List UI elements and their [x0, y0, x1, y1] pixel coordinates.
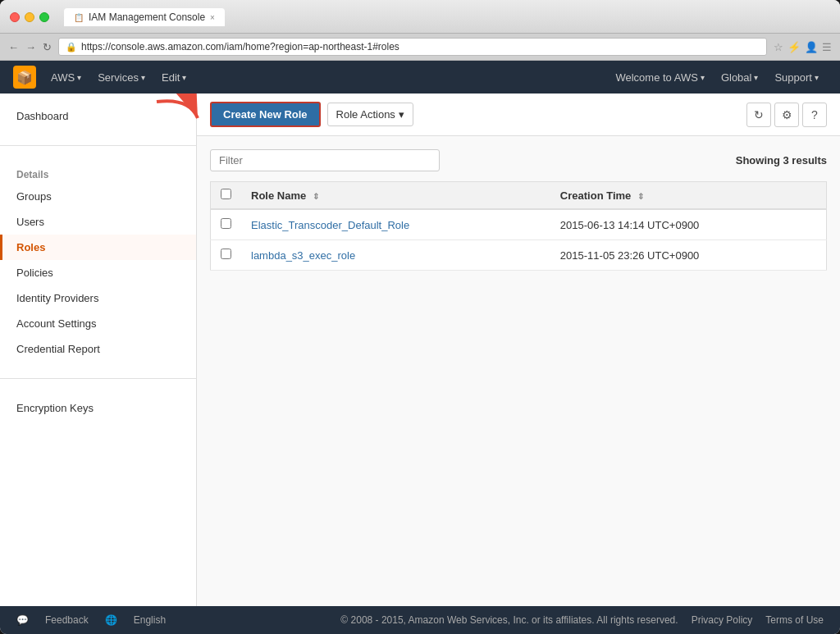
services-menu[interactable]: Services ▾ — [89, 61, 153, 94]
toolbar-right: ↻ ⚙ ? — [746, 103, 827, 127]
role-name-sort-icon: ⇕ — [313, 192, 319, 201]
global-menu[interactable]: Global ▾ — [713, 61, 767, 94]
services-label: Services — [98, 71, 139, 84]
col-creation-time[interactable]: Creation Time ⇕ — [550, 182, 827, 210]
url-text: https://console.aws.amazon.com/iam/home?… — [81, 41, 399, 52]
feedback-link[interactable]: Feedback — [45, 614, 89, 626]
footer: 💬 Feedback 🌐 English © 2008 - 2015, Amaz… — [0, 606, 840, 634]
row-checkbox-1[interactable] — [221, 249, 231, 259]
sidebar-item-identity-providers[interactable]: Identity Providers — [0, 285, 196, 311]
edit-label: Edit — [162, 71, 180, 84]
create-new-role-button[interactable]: Create New Role — [210, 102, 321, 127]
welcome-menu[interactable]: Welcome to AWS ▾ — [607, 61, 712, 94]
menu-icon[interactable]: ☰ — [822, 41, 832, 53]
profile-icon[interactable]: 👤 — [805, 41, 818, 53]
help-button[interactable]: ? — [802, 103, 827, 127]
privacy-policy-link[interactable]: Privacy Policy — [692, 614, 753, 626]
close-button[interactable] — [10, 12, 20, 22]
settings-button[interactable]: ⚙ — [774, 103, 799, 127]
extension-icon[interactable]: ⚡ — [788, 41, 801, 53]
sidebar-divider-2 — [0, 378, 196, 379]
welcome-caret: ▾ — [701, 73, 705, 82]
sidebar: Dashboard Details Groups Users Roles Pol… — [0, 94, 197, 606]
table-header-row: Role Name ⇕ Creation Time ⇕ — [211, 182, 827, 210]
aws-navbar: 📦 AWS ▾ Services ▾ Edit ▾ Welcome to AWS… — [0, 61, 840, 94]
minimize-button[interactable] — [25, 12, 34, 22]
tab-favicon: 📋 — [74, 13, 84, 22]
language-link[interactable]: English — [134, 614, 166, 626]
sidebar-item-users[interactable]: Users — [0, 209, 196, 235]
support-menu[interactable]: Support ▾ — [766, 61, 827, 94]
support-caret: ▾ — [815, 73, 819, 82]
sidebar-item-encryption-keys[interactable]: Encryption Keys — [0, 395, 196, 421]
content-toolbar: Create New Role Role Actions ▾ ↻ ⚙ ? — [197, 94, 840, 136]
role-actions-button[interactable]: Role Actions ▾ — [327, 103, 413, 126]
maximize-button[interactable] — [39, 12, 49, 22]
table-row[interactable]: lambda_s3_exec_role 2015-11-05 23:26 UTC… — [211, 240, 827, 271]
results-count: Showing 3 results — [736, 154, 827, 166]
aws-logo-icon: 📦 — [16, 70, 33, 85]
role-name-cell[interactable]: Elastic_Transcoder_Default_Role — [241, 209, 550, 240]
browser-icons: ☆ ⚡ 👤 ☰ — [774, 41, 832, 53]
nav-right: Welcome to AWS ▾ Global ▾ Support ▾ — [607, 61, 827, 94]
refresh-button[interactable]: ↻ — [746, 103, 771, 127]
welcome-label: Welcome to AWS — [615, 71, 697, 84]
services-caret: ▾ — [141, 73, 145, 82]
browser-tab[interactable]: 📋 IAM Management Console × — [64, 8, 225, 26]
col-role-name-label: Role Name — [251, 189, 306, 202]
sidebar-top-section: Dashboard — [0, 94, 196, 139]
tab-close-icon[interactable]: × — [210, 13, 215, 22]
sidebar-item-dashboard[interactable]: Dashboard — [0, 103, 196, 129]
address-bar[interactable]: 🔒 https://console.aws.amazon.com/iam/hom… — [58, 38, 767, 56]
row-checkbox-cell — [211, 240, 242, 271]
browser-titlebar: 📋 IAM Management Console × — [0, 0, 840, 34]
forward-button[interactable]: → — [25, 41, 36, 53]
table-row[interactable]: Elastic_Transcoder_Default_Role 2015-06-… — [211, 209, 827, 240]
row-checkbox-cell — [211, 209, 242, 240]
back-button[interactable]: ← — [8, 41, 19, 53]
content-area: Create New Role Role Actions ▾ ↻ ⚙ ? Sho… — [197, 94, 840, 606]
role-actions-label: Role Actions — [336, 108, 395, 121]
row-checkbox-0[interactable] — [221, 218, 231, 229]
feedback-icon: 💬 — [16, 614, 29, 626]
copyright-text: © 2008 - 2015, Amazon Web Services, Inc.… — [340, 614, 678, 626]
sidebar-details-label: Details — [0, 162, 196, 184]
select-all-checkbox[interactable] — [221, 189, 231, 199]
sidebar-item-groups[interactable]: Groups — [0, 184, 196, 209]
sidebar-divider-1 — [0, 145, 196, 146]
address-bar-row: ← → ↻ 🔒 https://console.aws.amazon.com/i… — [0, 34, 840, 61]
sidebar-item-policies[interactable]: Policies — [0, 260, 196, 285]
col-role-name[interactable]: Role Name ⇕ — [241, 182, 550, 210]
table-header: Role Name ⇕ Creation Time ⇕ — [211, 182, 827, 210]
sidebar-item-roles[interactable]: Roles — [0, 235, 196, 260]
edit-caret: ▾ — [182, 73, 186, 82]
window-controls — [10, 12, 49, 22]
terms-of-use-link[interactable]: Terms of Use — [765, 614, 824, 626]
select-all-checkbox-col — [211, 182, 242, 210]
creation-time-cell: 2015-06-13 14:14 UTC+0900 — [550, 209, 827, 240]
global-label: Global — [721, 71, 752, 84]
role-name-cell[interactable]: lambda_s3_exec_role — [241, 240, 550, 271]
aws-logo[interactable]: 📦 — [13, 66, 36, 89]
roles-table: Role Name ⇕ Creation Time ⇕ Elas — [210, 181, 827, 271]
sidebar-item-credential-report[interactable]: Credential Report — [0, 336, 196, 362]
browser-window: 📋 IAM Management Console × ← → ↻ 🔒 https… — [0, 0, 840, 634]
filter-input[interactable] — [210, 149, 440, 171]
support-label: Support — [774, 71, 812, 84]
role-actions-caret: ▾ — [399, 108, 404, 121]
content-body: Showing 3 results Role Name ⇕ — [197, 136, 840, 606]
language-icon: 🌐 — [105, 614, 117, 626]
sidebar-item-account-settings[interactable]: Account Settings — [0, 311, 196, 336]
aws-menu[interactable]: AWS ▾ — [43, 61, 89, 94]
bookmark-icon[interactable]: ☆ — [774, 41, 783, 53]
table-body: Elastic_Transcoder_Default_Role 2015-06-… — [211, 209, 827, 271]
edit-menu[interactable]: Edit ▾ — [153, 61, 194, 94]
aws-label: AWS — [51, 71, 75, 84]
footer-right: © 2008 - 2015, Amazon Web Services, Inc.… — [340, 614, 824, 626]
tab-title: IAM Management Console — [89, 11, 205, 23]
sidebar-details-section: Details Groups Users Roles Policies Iden… — [0, 153, 196, 372]
global-caret: ▾ — [754, 73, 758, 82]
sidebar-bottom-section: Encryption Keys — [0, 385, 196, 431]
col-creation-time-label: Creation Time — [560, 189, 631, 202]
reload-button[interactable]: ↻ — [43, 41, 52, 53]
